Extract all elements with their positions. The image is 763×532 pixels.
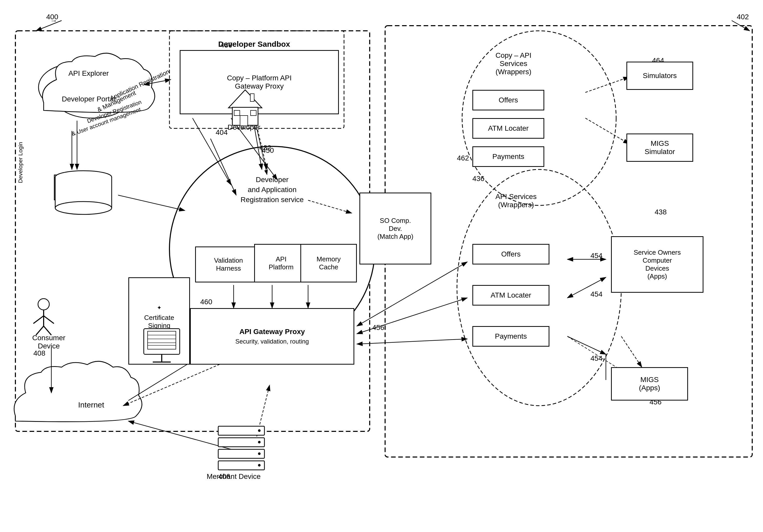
api-explorer-label: API Explorer bbox=[44, 69, 134, 77]
copy-api-services-label: Copy – APIServices(Wrappers) bbox=[467, 52, 560, 76]
dev-login-label: Developer Login bbox=[17, 142, 24, 183]
svg-line-47 bbox=[732, 21, 750, 31]
diagram-container: 400 → 402 430 410 404 422 434 432 438 45… bbox=[0, 0, 763, 532]
svg-rect-76 bbox=[218, 461, 265, 470]
merchant-device-icon bbox=[213, 424, 270, 475]
ldap-cylinder-icon bbox=[52, 169, 116, 216]
ref-450: 450 bbox=[262, 146, 274, 155]
ref-408: 408 bbox=[33, 349, 46, 358]
ref-436: 436 bbox=[472, 174, 485, 183]
so-comp-dev-box: SO Comp.Dev.(Match App) bbox=[360, 193, 431, 265]
internet-label: Internet bbox=[52, 400, 131, 409]
ref-454c: 454 bbox=[591, 354, 602, 363]
consumer-device-icon bbox=[26, 295, 61, 336]
api-platform-box: APIPlatform bbox=[254, 244, 308, 282]
svg-line-56 bbox=[33, 316, 44, 324]
simulators-box: Simulators bbox=[626, 61, 693, 90]
svg-rect-50 bbox=[240, 116, 248, 126]
atm-locater-box: ATM Locater bbox=[472, 285, 549, 305]
svg-rect-66 bbox=[148, 331, 176, 349]
svg-rect-53 bbox=[250, 94, 254, 101]
svg-line-58 bbox=[36, 326, 44, 335]
memory-cache-box: MemoryCache bbox=[300, 244, 357, 282]
ref-454b: 454 bbox=[591, 290, 602, 298]
cert-signing-computer-icon bbox=[139, 326, 185, 367]
service-owners-box: Service OwnersComputerDevices(Apps) bbox=[611, 236, 704, 293]
payments-copy-box: Payments bbox=[472, 146, 544, 167]
developer-house-icon bbox=[226, 87, 265, 128]
svg-rect-74 bbox=[218, 438, 265, 447]
ref-454a: 454 bbox=[591, 252, 602, 260]
svg-point-78 bbox=[258, 441, 261, 443]
svg-line-27 bbox=[357, 339, 467, 344]
svg-marker-48 bbox=[229, 90, 262, 108]
migs-apps-box: MIGS(Apps) bbox=[611, 367, 688, 400]
svg-line-46 bbox=[36, 21, 61, 31]
developer-sandbox-title: Developer Sandbox bbox=[205, 40, 303, 49]
migs-simulator-box: MIGSSimulator bbox=[626, 134, 693, 162]
svg-point-80 bbox=[258, 464, 261, 467]
svg-rect-73 bbox=[218, 426, 265, 435]
svg-line-33 bbox=[585, 118, 629, 144]
api-gateway-proxy-box: API Gateway Proxy Security, validation, … bbox=[190, 308, 354, 365]
svg-line-25 bbox=[357, 262, 467, 326]
svg-point-79 bbox=[258, 452, 261, 455]
svg-point-54 bbox=[38, 299, 49, 310]
svg-point-77 bbox=[258, 429, 261, 432]
payments-box: Payments bbox=[472, 326, 549, 347]
svg-line-44 bbox=[621, 336, 642, 367]
svg-rect-75 bbox=[218, 449, 265, 458]
svg-line-32 bbox=[585, 77, 629, 92]
svg-line-57 bbox=[44, 316, 54, 324]
svg-point-64 bbox=[55, 202, 112, 214]
svg-line-21 bbox=[118, 195, 185, 211]
svg-line-30 bbox=[567, 336, 606, 354]
api-services-label: API Services(Wrappers) bbox=[470, 193, 562, 209]
ref-400-arrow: → bbox=[50, 17, 57, 25]
ref-462: 462 bbox=[457, 154, 469, 162]
svg-rect-51 bbox=[234, 110, 240, 116]
svg-line-59 bbox=[44, 326, 52, 335]
ref-460: 460 bbox=[200, 298, 212, 306]
ref-402: 402 bbox=[737, 13, 749, 21]
offers-copy-box: Offers bbox=[472, 90, 544, 110]
validation-harness-box: ValidationHarness bbox=[195, 247, 262, 282]
atm-locater-copy-box: ATM Locater bbox=[472, 118, 544, 139]
ref-438b: 438 bbox=[655, 208, 667, 216]
dev-app-reg-label: Developerand ApplicationRegistration ser… bbox=[205, 174, 339, 205]
ref-456a: 456 bbox=[372, 324, 384, 332]
offers-box: Offers bbox=[472, 244, 549, 265]
svg-rect-52 bbox=[251, 110, 256, 116]
